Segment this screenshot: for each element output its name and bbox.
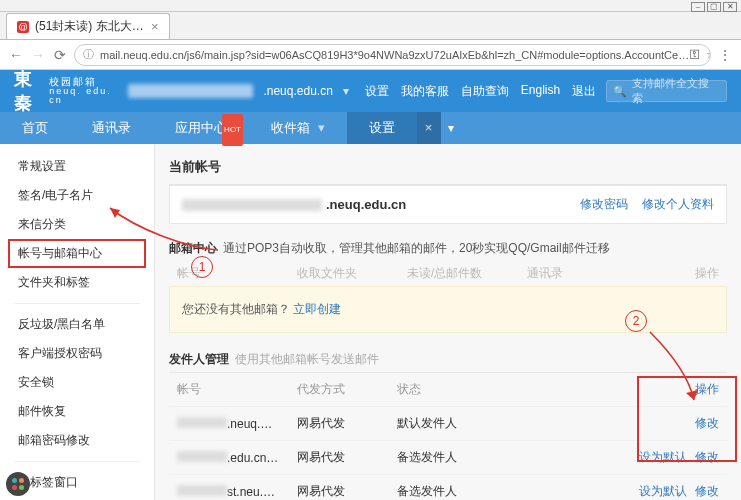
set-default-link[interactable]: 设为默认 — [639, 449, 687, 466]
tab-contacts[interactable]: 通讯录 — [70, 112, 153, 144]
favicon-icon: @ — [17, 21, 29, 33]
search-icon: 🔍 — [613, 85, 627, 98]
star-icon[interactable]: ☆ — [706, 48, 711, 61]
mbox-cols: 帐号 收取文件夹 未读/总邮件数 通讯录 操作 — [169, 261, 727, 286]
head-link-english[interactable]: English — [521, 83, 560, 100]
close-btn[interactable]: ✕ — [723, 2, 737, 12]
sidebar-item-lock[interactable]: 安全锁 — [0, 368, 154, 397]
head-link-settings[interactable]: 设置 — [365, 83, 389, 100]
current-account-email: .neuq.edu.cn — [326, 197, 406, 212]
edit-profile-link[interactable]: 修改个人资料 — [642, 196, 714, 213]
sidebar-item-account-center[interactable]: 帐号与邮箱中心 — [8, 239, 146, 268]
url-bar[interactable]: ⓘ mail.neuq.edu.cn/js6/main.jsp?sid=w06A… — [74, 44, 711, 66]
chevron-down-icon: ▾ — [318, 120, 325, 135]
reload-icon[interactable]: ⟳ — [52, 47, 68, 63]
change-password-link[interactable]: 修改密码 — [580, 196, 628, 213]
site-info-icon[interactable]: ⓘ — [83, 47, 94, 62]
sender-row: .neuq.… 网易代发 默认发件人 修改 — [169, 407, 727, 441]
header-links: 设置 我的客服 自助查询 English 退出 — [365, 83, 596, 100]
sidebar-item-spam[interactable]: 反垃圾/黑白名单 — [0, 310, 154, 339]
tab-home[interactable]: 首页 — [0, 112, 70, 144]
account-domain: .neuq.edu.cn — [263, 84, 332, 98]
set-default-link[interactable]: 设为默认 — [639, 483, 687, 500]
sidebar-item-signature[interactable]: 签名/电子名片 — [0, 181, 154, 210]
apps-fab[interactable] — [6, 472, 30, 496]
logo: 東秦 校园邮箱 neuq. edu. cn — [14, 67, 112, 115]
menu-icon[interactable]: ⋮ — [717, 47, 733, 63]
head-link-support[interactable]: 我的客服 — [401, 83, 449, 100]
sidebar-item-general[interactable]: 常规设置 — [0, 152, 154, 181]
sender-row: ᠎st.neu.… 网易代发 备选发件人 设为默认 修改 — [169, 475, 727, 500]
sidebar-item-password[interactable]: 邮箱密码修改 — [0, 426, 154, 455]
forward-icon[interactable]: → — [30, 47, 46, 63]
head-link-query[interactable]: 自助查询 — [461, 83, 509, 100]
sidebar-item-auth-pw[interactable]: 客户端授权密码 — [0, 339, 154, 368]
tabs-overflow-icon[interactable]: ▾ — [441, 112, 461, 144]
save-pw-icon[interactable]: ⚿ — [689, 48, 700, 61]
sidebar: 常规设置 签名/电子名片 来信分类 帐号与邮箱中心 文件夹和标签 反垃圾/黑白名… — [0, 144, 155, 500]
modify-link[interactable]: 修改 — [695, 449, 719, 466]
create-mailbox-link[interactable]: 立即创建 — [293, 302, 341, 316]
sender-row: .edu.cn… 网易代发 备选发件人 设为默认 修改 — [169, 441, 727, 475]
max-btn[interactable]: ▢ — [707, 2, 721, 12]
account-blur — [128, 84, 254, 98]
nav-tabs: 首页 通讯录 应用中心 HOT 收件箱 ▾ 设置 × ▾ — [0, 112, 741, 144]
tab-inbox[interactable]: 收件箱 ▾ — [249, 112, 347, 144]
tab-close-icon[interactable]: × — [151, 19, 159, 34]
modify-link[interactable]: 修改 — [695, 483, 719, 500]
account-blur — [182, 199, 322, 211]
back-icon[interactable]: ← — [8, 47, 24, 63]
sidebar-item-folders[interactable]: 文件夹和标签 — [0, 268, 154, 297]
browser-tab[interactable]: @ (51封未读) 东北大学秦… × — [6, 13, 170, 39]
current-account-row: .neuq.edu.cn 修改密码 修改个人资料 — [169, 185, 727, 224]
tab-title: (51封未读) 东北大学秦… — [35, 18, 145, 35]
tab-apps[interactable]: 应用中心 HOT — [153, 112, 249, 144]
sender-head: 发件人管理使用其他邮箱帐号发送邮件 — [169, 347, 727, 372]
sidebar-item-recover[interactable]: 邮件恢复 — [0, 397, 154, 426]
empty-mailbox-notice: 您还没有其他邮箱？ 立即创建 — [169, 286, 727, 333]
main-panel: 当前帐号 .neuq.edu.cn 修改密码 修改个人资料 邮箱中心通过POP3… — [155, 144, 741, 500]
tab-close[interactable]: × — [417, 112, 441, 144]
url-text: mail.neuq.edu.cn/js6/main.jsp?sid=w06AsC… — [100, 49, 689, 61]
tab-settings[interactable]: 设置 — [347, 112, 417, 144]
min-btn[interactable]: – — [691, 2, 705, 12]
head-link-logout[interactable]: 退出 — [572, 83, 596, 100]
acct-dropdown-icon[interactable]: ▾ — [343, 84, 349, 98]
sidebar-item-classify[interactable]: 来信分类 — [0, 210, 154, 239]
search-input[interactable]: 🔍 支持邮件全文搜索 — [606, 80, 727, 102]
mbox-center-head: 邮箱中心通过POP3自动收取，管理其他邮箱的邮件，20秒实现QQ/Gmail邮件… — [169, 236, 727, 261]
modify-link[interactable]: 修改 — [695, 415, 719, 432]
sender-header-row: 帐号 代发方式 状态 操作 — [169, 373, 727, 407]
current-account-title: 当前帐号 — [169, 154, 727, 185]
hot-badge: HOT — [222, 114, 243, 146]
